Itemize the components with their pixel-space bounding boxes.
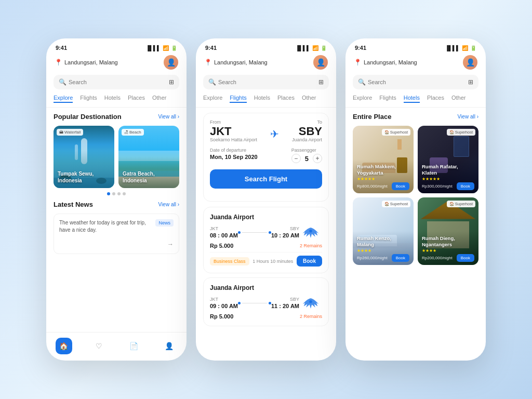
hotel-price-4: Rp200,000/night bbox=[422, 256, 453, 260]
beach-horizon bbox=[118, 151, 179, 161]
tab-flights-3[interactable]: Flights bbox=[379, 95, 396, 103]
filter-icon-1[interactable]: ⊞ bbox=[169, 78, 174, 86]
news-section-header: Latest News View all › bbox=[54, 201, 179, 208]
result-to-1: SBY 10 : 20 AM bbox=[271, 226, 299, 238]
tab-explore-2[interactable]: Explore bbox=[203, 95, 222, 103]
hotel-card-3[interactable]: 🏠 Superhost Rumah Kenzo, Malang ★★★★ Rp2… bbox=[353, 197, 414, 265]
result-from-2: JKT 09 : 00 AM bbox=[210, 297, 238, 309]
dest-card-waterfall[interactable]: 🏔 Waterfall Tumpak Sewu, Indonesia bbox=[54, 126, 114, 188]
superhost-text-3: Superhost bbox=[390, 202, 408, 206]
passenger-label: Passengger bbox=[291, 148, 322, 153]
hotel-book-2[interactable]: Book bbox=[457, 182, 474, 190]
tab-other-1[interactable]: Other bbox=[152, 95, 167, 103]
result-from-code-1: JKT bbox=[210, 226, 238, 231]
hotel-book-3[interactable]: Book bbox=[392, 254, 409, 262]
search-input-3[interactable] bbox=[368, 79, 465, 85]
hotels-grid: 🏠 Superhost Rumah Makkem, Yogyakarta ★★★… bbox=[353, 126, 478, 265]
hotel-price-row-4: Rp200,000/night Book bbox=[422, 254, 474, 262]
person-icon[interactable]: 👤 bbox=[161, 338, 177, 354]
popular-section-header: Popular Destionation View all › bbox=[54, 113, 179, 121]
result-price-1: Rp 5.000 bbox=[210, 243, 233, 249]
filter-icon-2[interactable]: ⊞ bbox=[318, 78, 324, 86]
result-from-1: JKT 08 : 00 AM bbox=[210, 226, 238, 238]
status-icons-2: ▐▌▌▌ 📶 🔋 bbox=[296, 45, 327, 51]
tab-hotels-1[interactable]: Hotels bbox=[104, 95, 121, 103]
passenger-minus[interactable]: − bbox=[291, 154, 301, 163]
avatar-2[interactable]: 👤 bbox=[313, 55, 328, 70]
nav-document[interactable]: 📄 bbox=[126, 338, 142, 354]
superhost-badge-1: 🏠 Superhost bbox=[382, 129, 410, 136]
tab-places-3[interactable]: Places bbox=[427, 95, 444, 103]
news-arrow[interactable]: → bbox=[167, 241, 174, 248]
superhost-badge-4: 🏠 Superhost bbox=[447, 201, 475, 207]
home-icon[interactable]: 🏠 bbox=[56, 338, 72, 354]
nav-person[interactable]: 👤 bbox=[161, 338, 177, 354]
tab-explore-3[interactable]: Explore bbox=[353, 95, 372, 103]
flight-result-2: Juanda Airport JKT 09 : 00 AM SBY 11 : 2… bbox=[203, 277, 329, 326]
dot-2[interactable] bbox=[112, 192, 115, 195]
tab-other-2[interactable]: Other bbox=[302, 95, 316, 103]
phone-hotels: 9:41 ▐▌▌▌ 📶 🔋 📍 Landungsari, Malang 👤 🔍 … bbox=[345, 38, 486, 361]
dot-4[interactable] bbox=[123, 192, 126, 195]
popular-title: Popular Destionation bbox=[54, 113, 122, 121]
location-label-3: Landungsari, Malang bbox=[364, 59, 417, 65]
superhost-icon-4: 🏠 bbox=[449, 202, 454, 206]
to-label: To bbox=[292, 119, 322, 125]
news-badge: News bbox=[155, 219, 174, 227]
news-text: The weather for today is great for trip,… bbox=[59, 219, 151, 234]
result-airport-1: Juanda Airport bbox=[210, 214, 322, 221]
book-button-1[interactable]: Book bbox=[297, 256, 322, 267]
search-input-1[interactable] bbox=[69, 79, 166, 85]
superhost-icon-2: 🏠 bbox=[449, 130, 454, 135]
tab-hotels-2[interactable]: Hotels bbox=[254, 95, 270, 103]
location-pin-3: 📍 bbox=[354, 59, 362, 66]
hotel-card-1[interactable]: 🏠 Superhost Rumah Makkem, Yogyakarta ★★★… bbox=[353, 126, 414, 193]
tab-hotels-3[interactable]: Hotels bbox=[404, 95, 420, 103]
tab-flights-2[interactable]: Flights bbox=[230, 95, 246, 103]
search-flight-button[interactable]: Search Flight bbox=[210, 169, 322, 189]
dot-3[interactable] bbox=[117, 192, 121, 195]
hotel-book-4[interactable]: Book bbox=[457, 254, 474, 262]
tab-other-3[interactable]: Other bbox=[451, 95, 466, 103]
passenger-plus[interactable]: + bbox=[313, 154, 322, 163]
search-bar-2[interactable]: 🔍 ⊞ bbox=[203, 75, 329, 89]
hotel-book-1[interactable]: Book bbox=[392, 182, 409, 190]
document-icon[interactable]: 📄 bbox=[126, 338, 142, 354]
tab-explore-1[interactable]: Explore bbox=[54, 95, 73, 103]
waterfall-icon: 🏔 bbox=[59, 130, 63, 135]
carousel-dots bbox=[54, 192, 179, 195]
dot-1[interactable] bbox=[107, 192, 110, 195]
news-view-all[interactable]: View all › bbox=[158, 202, 179, 207]
flight-date-detail: Date of departure Mon, 10 Sep 2020 bbox=[210, 148, 258, 163]
airplane-icon: ✈ bbox=[270, 128, 279, 140]
from-airport: Soekarno Hatta Airport bbox=[210, 137, 257, 142]
heart-icon[interactable]: ♡ bbox=[90, 338, 107, 354]
avatar-1[interactable]: 👤 bbox=[164, 55, 178, 70]
location-label-2: Landungsari, Malang bbox=[214, 59, 268, 65]
result-from-time-1: 08 : 00 AM bbox=[210, 232, 238, 238]
search-bar-1[interactable]: 🔍 ⊞ bbox=[54, 75, 179, 89]
popular-view-all[interactable]: View all › bbox=[158, 114, 179, 119]
dest-card-beach[interactable]: 🏖 Beach Gatra Beach, Indonesia bbox=[118, 126, 179, 188]
hotel-card-2[interactable]: 🏠 Superhost Rumah Rafatar, Klaten ★★★★★ … bbox=[418, 126, 478, 193]
search-input-2[interactable] bbox=[218, 79, 315, 85]
nav-home[interactable]: 🏠 bbox=[56, 338, 72, 354]
superhost-badge-3: 🏠 Superhost bbox=[382, 201, 410, 207]
status-icons-1: ▐▌▌▌ 📶 🔋 bbox=[146, 45, 177, 51]
filter-icon-3[interactable]: ⊞ bbox=[468, 78, 473, 86]
hotel-card-4[interactable]: 🏠 Superhost Rumah Dieng, Ngantangers ★★★… bbox=[418, 197, 478, 265]
hotel-info-1: Rumah Makkem, Yogyakarta ★★★★★ Rp800,000… bbox=[353, 161, 414, 193]
tab-places-1[interactable]: Places bbox=[128, 95, 145, 103]
nav-heart[interactable]: ♡ bbox=[90, 338, 107, 354]
hotels-view-all[interactable]: View all › bbox=[458, 114, 478, 119]
tab-flights-1[interactable]: Flights bbox=[80, 95, 97, 103]
result-bottom-1: Business Class 1 Hours 10 minutes Book bbox=[210, 252, 322, 267]
tab-places-2[interactable]: Places bbox=[277, 95, 295, 103]
result-airport-2: Juanda Airport bbox=[210, 284, 322, 291]
search-bar-3[interactable]: 🔍 ⊞ bbox=[353, 75, 478, 89]
passenger-control: − 5 + bbox=[291, 154, 322, 163]
hotel-price-1: Rp800,000/night bbox=[357, 184, 388, 189]
result-price-row-1: Rp 5.000 2 Remains bbox=[210, 243, 322, 249]
avatar-3[interactable]: 👤 bbox=[463, 55, 477, 70]
status-time-1: 9:41 bbox=[56, 45, 67, 51]
